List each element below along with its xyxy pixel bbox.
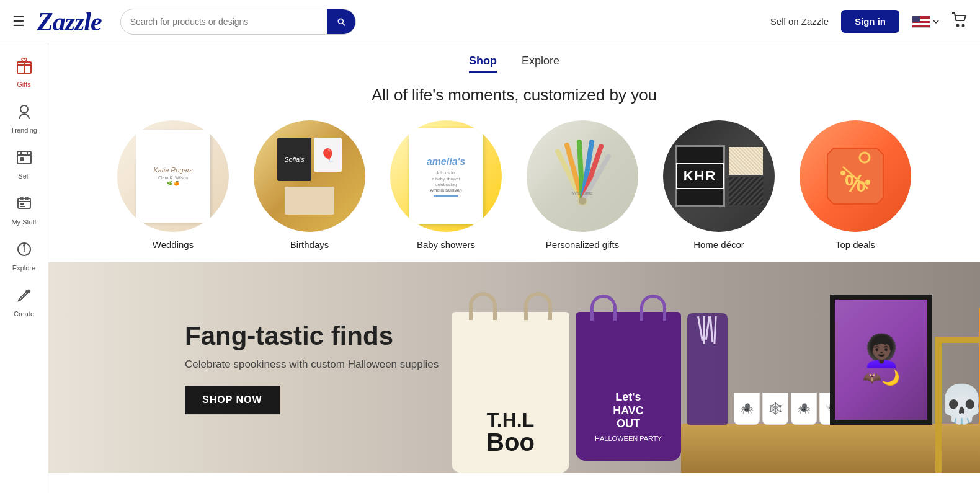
fan-svg: Welcome [551,139,613,213]
category-birthdays[interactable]: Sofia's 🎈 Birthdays [254,120,365,250]
sell-label: Sell [18,172,29,180]
homedecor-label: Home décor [693,239,744,250]
sell-icon [16,149,33,170]
hamburger-menu-icon[interactable]: ☰ [12,14,25,30]
mystuff-svg [16,195,33,212]
birthdays-label: Birthdays [290,239,329,250]
header: ☰ Zazzle Sell on Zazzle Sign in [0,0,980,43]
svg-point-13 [579,197,586,205]
tote-bag-group: T.H.L Boo [452,287,569,473]
header-right: Sell on Zazzle Sign in [770,10,968,33]
svg-rect-6 [20,158,24,161]
svg-point-11 [23,244,25,247]
cart-icon[interactable] [951,12,968,31]
sidebar: Gifts Trending Sell [0,43,48,493]
banner-title: Fang-tastic finds [185,321,439,351]
svg-point-17 [840,171,845,175]
tabs: Shop Explore [48,43,980,79]
sell-svg [16,149,33,166]
gift-svg [16,57,33,74]
search-icon [336,17,346,27]
explore-icon [16,241,33,262]
flag-icon [912,16,930,28]
categories-section: Katie Rogers Clara K. Wilson 🌿 🍊 Wedding… [48,120,980,250]
explore-svg [16,241,33,258]
svg-point-4 [20,105,28,113]
trending-icon [16,103,33,124]
category-personalized[interactable]: Welcome Personalized gifts [527,120,638,250]
birthdays-circle: Sofia's 🎈 [254,120,365,232]
banner-subtitle: Celebrate spookiness with custom Hallowe… [185,357,439,372]
search-input[interactable] [121,17,327,27]
search-button[interactable] [327,9,355,35]
weddings-circle: Katie Rogers Clara K. Wilson 🌿 🍊 [117,120,229,232]
purple-bag: Let's HAVC OUT HALLOWEEN PARTY [576,312,681,473]
sidebar-item-sell[interactable]: Sell [0,141,48,187]
picture-frame: 👩🏿‍🦱 🦇🌙 [830,295,932,425]
hero-headline: All of life's moments, customized by you [48,86,980,105]
babyshowers-circle: amelia's Join us for a baby shower celeb… [390,120,502,232]
sidebar-item-gifts[interactable]: Gifts [0,50,48,95]
mystuff-label: My Stuff [11,218,36,226]
tab-explore[interactable]: Explore [522,55,559,73]
sidebar-item-mystuff[interactable]: My Stuff [0,187,48,233]
banner-content: Fang-tastic finds Celebrate spookiness w… [185,321,439,414]
trending-svg [16,103,33,120]
svg-rect-5 [17,151,31,164]
svg-point-0 [957,24,959,26]
topdeals-circle: % [800,120,911,232]
babyshowers-label: Baby showers [417,239,475,250]
create-label: Create [14,310,34,318]
create-icon [16,286,33,308]
pitcher [687,313,728,425]
banner-decoration: T.H.L Boo Let's HAVC OUT HALLOWEEN PARTY [445,262,980,473]
category-homedecor[interactable]: KHR Home décor [663,120,775,250]
sidebar-item-trending[interactable]: Trending [0,95,48,141]
explore-label: Explore [12,264,35,272]
gifts-label: Gifts [17,81,31,88]
topdeals-label: Top deals [835,239,875,250]
shop-now-button[interactable]: SHOP NOW [185,386,280,414]
search-bar [120,9,356,35]
personalized-label: Personalized gifts [546,239,619,250]
gold-rail [935,337,980,473]
svg-point-1 [963,24,964,26]
create-svg [16,286,33,304]
tab-shop[interactable]: Shop [469,55,497,73]
trending-label: Trending [11,127,37,134]
chevron-down-icon [933,20,939,24]
homedecor-circle: KHR [663,120,775,232]
mystuff-icon [16,195,33,216]
country-selector-button[interactable] [912,16,939,28]
svg-text:Welcome: Welcome [572,190,593,196]
main-content: Shop Explore All of life's moments, cust… [48,43,980,493]
deals-tag-svg: % [815,136,896,216]
sell-on-zazzle-link[interactable]: Sell on Zazzle [770,16,829,27]
cart-svg [951,12,968,27]
category-weddings[interactable]: Katie Rogers Clara K. Wilson 🌿 🍊 Wedding… [117,120,229,250]
category-topdeals[interactable]: % Top deals [800,120,911,250]
personalized-circle: Welcome [527,120,638,232]
weddings-label: Weddings [153,239,194,250]
signin-button[interactable]: Sign in [841,10,899,33]
gifts-icon [16,57,33,78]
logo[interactable]: Zazzle [37,7,102,37]
svg-point-18 [865,180,870,185]
banner-section: Fang-tastic finds Celebrate spookiness w… [48,262,980,473]
sidebar-item-explore[interactable]: Explore [0,233,48,279]
sidebar-item-create[interactable]: Create [0,279,48,325]
category-babyshowers[interactable]: amelia's Join us for a baby shower celeb… [390,120,502,250]
